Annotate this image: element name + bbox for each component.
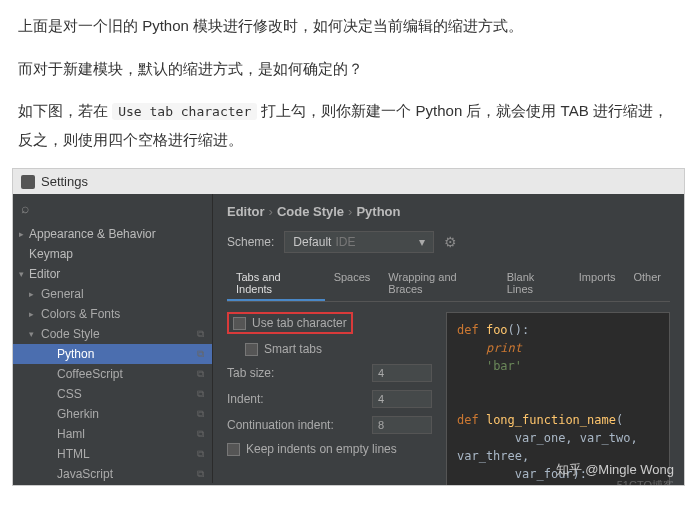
sidebar-item-keymap[interactable]: Keymap: [13, 244, 212, 264]
scheme-label: Scheme:: [227, 235, 274, 249]
sidebar-item-colors-fonts[interactable]: Colors & Fonts: [13, 304, 212, 324]
indent-label: Indent:: [227, 392, 264, 406]
tab-blank-lines[interactable]: Blank Lines: [498, 267, 570, 301]
sidebar-item-appearance-behavior[interactable]: Appearance & Behavior: [13, 224, 212, 244]
smart-tabs-checkbox[interactable]: [245, 343, 258, 356]
text: 如下图，若在: [18, 102, 112, 119]
sidebar-item-css[interactable]: CSS⧉: [13, 384, 212, 404]
window-titlebar: Settings: [13, 169, 684, 194]
tab-imports[interactable]: Imports: [570, 267, 625, 301]
paragraph: 而对于新建模块，默认的缩进方式，是如何确定的？: [18, 55, 679, 84]
cont-indent-input[interactable]: 8: [372, 416, 432, 434]
watermark-secondary: 51CTO博客: [617, 478, 674, 485]
inline-code: Use tab character: [112, 103, 257, 120]
sidebar-item-javascript[interactable]: JavaScript⧉: [13, 464, 212, 484]
paragraph: 如下图，若在 Use tab character 打上勾，则你新建一个 Pyth…: [18, 97, 679, 154]
use-tab-label: Use tab character: [252, 316, 347, 330]
breadcrumb-item: Editor: [227, 204, 265, 219]
indent-input[interactable]: 4: [372, 390, 432, 408]
use-tab-checkbox[interactable]: [233, 317, 246, 330]
keep-empty-checkbox[interactable]: [227, 443, 240, 456]
search-input[interactable]: ⌕: [13, 194, 212, 222]
scheme-select[interactable]: DefaultIDE ▾: [284, 231, 434, 253]
window-title: Settings: [41, 174, 88, 189]
search-icon: ⌕: [21, 200, 29, 216]
sidebar-item-gherkin[interactable]: Gherkin⧉: [13, 404, 212, 424]
smart-tabs-label: Smart tabs: [264, 342, 322, 356]
tab-size-input[interactable]: 4: [372, 364, 432, 382]
paragraph: 上面是对一个旧的 Python 模块进行修改时，如何决定当前编辑的缩进方式。: [18, 12, 679, 41]
sidebar-item-python[interactable]: Python⧉: [13, 344, 212, 364]
sidebar-item-coffeescript[interactable]: CoffeeScript⧉: [13, 364, 212, 384]
app-icon: [21, 175, 35, 189]
sidebar-item-html[interactable]: HTML⧉: [13, 444, 212, 464]
settings-sidebar: ⌕ Appearance & BehaviorKeymapEditorGener…: [13, 194, 213, 483]
code-preview: def foo(): print 'bar' def long_function…: [446, 312, 670, 485]
breadcrumb-item: Python: [356, 204, 400, 219]
tab-spaces[interactable]: Spaces: [325, 267, 380, 301]
keep-empty-label: Keep indents on empty lines: [246, 442, 397, 456]
breadcrumb: Editor›Code Style›Python: [227, 204, 670, 219]
tab-wrapping-and-braces[interactable]: Wrapping and Braces: [379, 267, 497, 301]
sidebar-item-code-style[interactable]: Code Style⧉: [13, 324, 212, 344]
watermark: 知乎 @Mingle Wong: [556, 461, 674, 479]
highlighted-option: Use tab character: [227, 312, 353, 334]
chevron-down-icon: ▾: [419, 235, 425, 249]
scheme-actions-icon[interactable]: ⚙: [444, 234, 457, 250]
cont-indent-label: Continuation indent:: [227, 418, 334, 432]
tab-other[interactable]: Other: [624, 267, 670, 301]
breadcrumb-item: Code Style: [277, 204, 344, 219]
tab-tabs-and-indents[interactable]: Tabs and Indents: [227, 267, 325, 301]
sidebar-item-editor[interactable]: Editor: [13, 264, 212, 284]
tab-size-label: Tab size:: [227, 366, 274, 380]
sidebar-item-haml[interactable]: Haml⧉: [13, 424, 212, 444]
sidebar-item-general[interactable]: General: [13, 284, 212, 304]
sidebar-item-json[interactable]: JSON⧉: [13, 484, 212, 485]
